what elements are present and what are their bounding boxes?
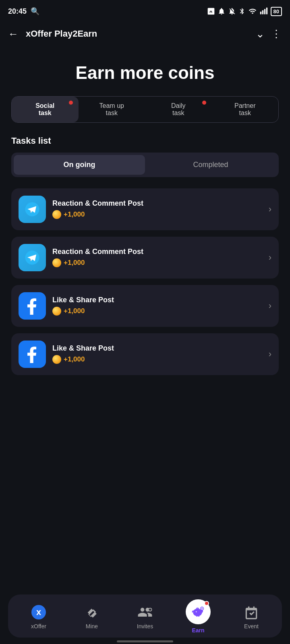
task-arrow-icon: ›: [269, 252, 271, 263]
nav-event-label: Event: [244, 623, 259, 630]
status-bar: 20:45 🔍 80: [0, 0, 290, 21]
signal-icon: [259, 7, 268, 15]
battery-indicator: 80: [271, 7, 282, 16]
tab-daily-task[interactable]: Dailytask: [145, 97, 212, 122]
bottom-navigation: x xOffer Mine Invites: [8, 594, 282, 638]
telegram-icon: [24, 249, 41, 266]
status-time: 20:45: [8, 7, 27, 16]
tab-teamup-task[interactable]: Team uptask: [79, 97, 145, 122]
daily-task-notif-dot: [202, 101, 206, 105]
notifications-off-icon: [228, 7, 236, 15]
coin-icon: [52, 258, 61, 267]
invites-nav-icon: [136, 603, 154, 621]
task-title: Like & Share Post: [52, 344, 265, 353]
task-title: Reaction & Comment Post: [52, 199, 265, 208]
tab-social-task[interactable]: Socialtask: [12, 97, 79, 122]
task-item[interactable]: Reaction & Comment Post +1,000 ›: [11, 188, 279, 230]
dropdown-button[interactable]: ⌄: [256, 28, 265, 40]
social-task-notif-dot: [69, 101, 73, 105]
task-arrow-icon: ›: [269, 349, 271, 359]
nav-item-invites[interactable]: Invites: [118, 603, 172, 630]
nav-item-earn[interactable]: Earn: [172, 599, 225, 634]
main-content: Earn more coins Socialtask Team uptask D…: [0, 47, 290, 375]
coin-icon: [52, 355, 61, 364]
back-button[interactable]: ←: [8, 28, 19, 40]
svg-rect-13: [198, 615, 199, 617]
svg-rect-12: [196, 615, 197, 617]
category-tabs: Socialtask Team uptask Dailytask Partner…: [11, 96, 279, 123]
xoffer-icon: x: [31, 604, 47, 620]
task-info: Reaction & Comment Post +1,000: [52, 199, 265, 219]
nav-item-xoffer[interactable]: x xOffer: [12, 603, 65, 630]
task-arrow-icon: ›: [269, 301, 271, 311]
coin-icon: [52, 307, 61, 316]
task-info: Reaction & Comment Post +1,000: [52, 248, 265, 267]
earn-icon: [191, 604, 206, 619]
toggle-completed[interactable]: Completed: [145, 155, 276, 175]
hero-title: Earn more coins: [11, 63, 279, 83]
nav-item-event[interactable]: Event: [225, 603, 278, 630]
search-icon: 🔍: [31, 7, 39, 16]
toggle-ongoing[interactable]: On going: [14, 155, 145, 175]
svg-rect-3: [266, 8, 267, 14]
event-nav-icon: [242, 603, 260, 621]
event-icon: [243, 605, 259, 620]
task-info: Like & Share Post +1,000: [52, 296, 265, 316]
task-icon-telegram: [19, 196, 46, 223]
task-arrow-icon: ›: [269, 204, 271, 215]
nav-mine-label: Mine: [86, 623, 98, 630]
svg-rect-1: [262, 10, 263, 14]
status-icons: 80: [207, 7, 282, 16]
toggle-bar: On going Completed: [11, 153, 279, 177]
nav-item-mine[interactable]: Mine: [65, 603, 118, 630]
svg-text:x: x: [36, 607, 41, 617]
home-indicator: [117, 640, 173, 642]
alarm-icon: [218, 7, 226, 15]
svg-point-11: [196, 611, 197, 612]
svg-point-15: [201, 608, 203, 609]
earn-notif-dot: [204, 601, 209, 606]
task-item[interactable]: Like & Share Post +1,000 ›: [11, 285, 279, 327]
more-options-button[interactable]: ⋮: [271, 28, 282, 40]
svg-rect-2: [264, 9, 265, 14]
task-reward: +1,000: [52, 307, 265, 316]
task-icon-facebook: [19, 292, 46, 320]
task-title: Reaction & Comment Post: [52, 248, 265, 256]
task-reward: +1,000: [52, 210, 265, 219]
telegram-icon: [24, 201, 41, 218]
earn-active-background: [186, 599, 211, 624]
xoffer-nav-icon: x: [30, 603, 48, 621]
mine-icon: [84, 605, 99, 620]
top-navigation: ← xOffer Play2Earn ⌄ ⋮: [0, 21, 290, 47]
task-item[interactable]: Reaction & Comment Post +1,000 ›: [11, 237, 279, 279]
wifi-icon: [248, 7, 257, 15]
nfc-icon: [207, 7, 215, 15]
task-item[interactable]: Like & Share Post +1,000 ›: [11, 333, 279, 375]
tasks-list-label: Tasks list: [11, 136, 279, 146]
nav-xoffer-label: xOffer: [31, 623, 46, 630]
tab-partner-task[interactable]: Partnertask: [212, 97, 279, 122]
nav-invites-label: Invites: [137, 623, 153, 630]
tasks-section: Tasks list On going Completed Reaction &…: [11, 136, 279, 375]
facebook-icon: [23, 345, 41, 363]
facebook-icon: [23, 297, 41, 315]
task-reward: +1,000: [52, 258, 265, 267]
task-title: Like & Share Post: [52, 296, 265, 304]
task-icon-facebook: [19, 341, 46, 368]
coin-icon: [52, 210, 61, 219]
svg-rect-0: [260, 12, 261, 14]
page-title: xOffer Play2Earn: [26, 29, 256, 39]
mine-nav-icon: [83, 603, 101, 621]
bluetooth-icon: [238, 7, 246, 15]
task-icon-telegram: [19, 244, 46, 271]
invites-icon: [137, 605, 153, 620]
task-info: Like & Share Post +1,000: [52, 344, 265, 364]
task-reward: +1,000: [52, 355, 265, 364]
nav-earn-label: Earn: [192, 627, 204, 634]
